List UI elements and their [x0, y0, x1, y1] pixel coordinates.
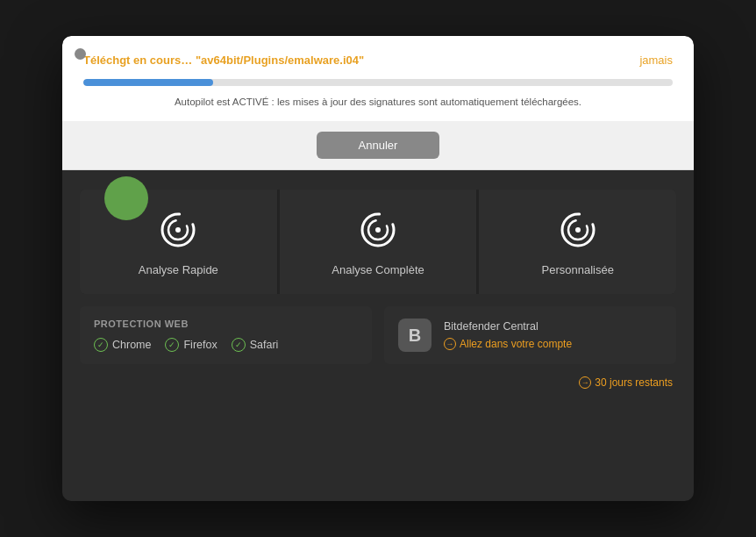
- arrow-circle-icon: →: [444, 338, 456, 350]
- browser-list: Chrome Firefox Safari: [94, 338, 358, 352]
- scan-rapide-icon: [159, 211, 197, 249]
- days-remaining[interactable]: → 30 jours restants: [579, 376, 673, 389]
- progress-bar-container: [83, 79, 673, 86]
- bitdefender-central-panel: B Bitdefender Central → Allez dans votre…: [384, 306, 676, 364]
- window-close-button[interactable]: [75, 48, 86, 60]
- progress-bar-fill: [83, 79, 213, 86]
- scan-rapide-label: Analyse Rapide: [139, 263, 218, 276]
- firefox-check-icon: [165, 338, 179, 352]
- footer-row: → 30 jours restants: [80, 376, 676, 389]
- scan-complete-label: Analyse Complète: [332, 263, 424, 276]
- svg-point-8: [575, 227, 581, 233]
- scan-personnalisee-icon: [559, 211, 597, 249]
- days-arrow-icon: →: [579, 376, 591, 389]
- svg-point-2: [175, 227, 181, 233]
- scan-complete-icon: [359, 211, 397, 249]
- chrome-label: Chrome: [112, 339, 151, 351]
- bottom-row: PROTECTION WEB Chrome Firefox Safari: [80, 306, 676, 364]
- web-protection-title: PROTECTION WEB: [94, 319, 358, 329]
- autopilot-text: Autopilot est ACTIVÉ : les mises à jour …: [83, 97, 673, 107]
- bitdefender-link[interactable]: → Allez dans votre compte: [444, 338, 572, 350]
- app-window: Téléchgt en cours… "av64bit/Plugins/emal…: [62, 36, 694, 501]
- bitdefender-title: Bitdefender Central: [444, 320, 572, 333]
- bitdefender-logo: B: [398, 319, 431, 352]
- bitdefender-content: Bitdefender Central → Allez dans votre c…: [444, 320, 572, 350]
- web-protection-panel: PROTECTION WEB Chrome Firefox Safari: [80, 306, 372, 364]
- dialog-title-prefix: Téléchgt en cours…: [83, 54, 196, 67]
- firefox-label: Firefox: [183, 339, 217, 351]
- safari-label: Safari: [250, 339, 279, 351]
- scan-options-row: Analyse Rapide Analyse Complète: [80, 190, 676, 294]
- browser-firefox: Firefox: [165, 338, 217, 352]
- scan-personnalisee-label: Personnalisée: [541, 263, 613, 276]
- days-remaining-label: 30 jours restants: [595, 376, 673, 389]
- status-circle: [104, 176, 148, 220]
- safari-check-icon: [232, 338, 246, 352]
- browser-chrome: Chrome: [94, 338, 151, 352]
- svg-point-5: [375, 227, 381, 233]
- cancel-button[interactable]: Annuler: [317, 132, 440, 159]
- bitdefender-link-label: Allez dans votre compte: [460, 338, 572, 350]
- never-button[interactable]: jamais: [639, 54, 673, 67]
- dialog-title: Téléchgt en cours… "av64bit/Plugins/emal…: [83, 54, 364, 67]
- main-content: Analyse Rapide Analyse Complète: [62, 190, 694, 501]
- dialog-file-name: "av64bit/Plugins/emalware.i04": [196, 54, 364, 67]
- browser-safari: Safari: [232, 338, 279, 352]
- scan-complete-option[interactable]: Analyse Complète: [280, 190, 478, 294]
- chrome-check-icon: [94, 338, 108, 352]
- scan-personnalisee-option[interactable]: Personnalisée: [479, 190, 676, 294]
- dialog-button-row: Annuler: [62, 121, 694, 169]
- download-dialog: Téléchgt en cours… "av64bit/Plugins/emal…: [62, 36, 694, 170]
